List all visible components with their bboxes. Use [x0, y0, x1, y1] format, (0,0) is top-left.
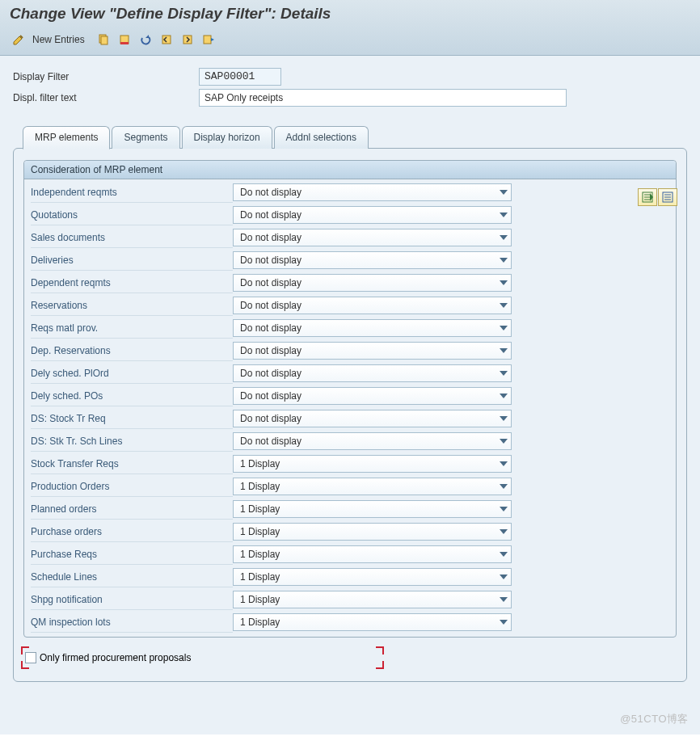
field-row: Shpg notification1 Display	[24, 588, 676, 611]
field-row: Dep. ReservationsDo not display	[24, 339, 676, 362]
header-fields: Display Filter SAP00001 Displ. filter te…	[13, 67, 687, 107]
field-select[interactable]: Do not display	[233, 297, 512, 314]
field-select[interactable]: Do not display	[233, 183, 512, 201]
field-select[interactable]: Do not display	[233, 432, 512, 450]
chevron-down-icon	[500, 484, 508, 489]
field-select[interactable]: Do not display	[233, 364, 512, 382]
group-title: Consideration of MRP element	[24, 161, 676, 179]
field-select[interactable]: 1 Display	[233, 455, 512, 473]
field-row: Production Orders1 Display	[24, 475, 676, 498]
field-select[interactable]: Do not display	[233, 229, 512, 246]
field-label: Shpg notification	[31, 589, 233, 610]
field-label: DS: Stk Tr. Sch Lines	[31, 431, 233, 452]
tab-mrp[interactable]: MRP elements	[23, 126, 110, 149]
field-select[interactable]: Do not display	[233, 206, 512, 224]
tabstrip: MRP elementsSegmentsDisplay horizonAddnl…	[23, 125, 687, 149]
field-label: Quotations	[31, 204, 233, 225]
field-label: Dely sched. PlOrd	[31, 363, 233, 384]
chevron-down-icon	[500, 213, 508, 217]
field-label: Reqs matl prov.	[31, 318, 233, 339]
copy-as-icon[interactable]	[95, 31, 112, 48]
field-value: 1 Display	[240, 617, 280, 628]
field-value: Do not display	[240, 413, 302, 424]
new-entries-button[interactable]: New Entries	[31, 34, 91, 45]
field-label: Schedule Lines	[31, 566, 233, 587]
field-select[interactable]: Do not display	[233, 387, 512, 405]
deselect-all-icon[interactable]	[658, 188, 677, 206]
tab-dh[interactable]: Display horizon	[182, 126, 272, 149]
field-label: Purchase orders	[31, 521, 233, 542]
field-select[interactable]: 1 Display	[233, 591, 512, 608]
display-filter-text-input[interactable]	[199, 89, 567, 107]
field-select[interactable]: Do not display	[233, 410, 512, 427]
firmed-proposals-row: Only firmed procurement proposals	[23, 650, 677, 665]
field-row: Dependent reqmtsDo not display	[24, 271, 676, 294]
svg-rect-5	[183, 36, 192, 44]
chevron-down-icon	[500, 303, 508, 308]
page-title: Change View "Define Display Filter": Det…	[10, 5, 690, 23]
chevron-down-icon	[500, 326, 508, 330]
field-select[interactable]: 1 Display	[233, 568, 512, 586]
field-label: Production Orders	[31, 476, 233, 497]
field-label: Dely sched. POs	[31, 385, 233, 406]
field-label: Dependent reqmts	[31, 272, 233, 293]
field-value: Do not display	[240, 390, 302, 402]
field-label: Deliveries	[31, 250, 233, 271]
field-select[interactable]: 1 Display	[233, 613, 512, 631]
toggle-edit-icon[interactable]	[10, 31, 27, 48]
chevron-down-icon	[500, 394, 508, 398]
field-row: Sales documentsDo not display	[24, 226, 676, 249]
next-entry-icon[interactable]	[179, 31, 196, 48]
field-row: Dely sched. POsDo not display	[24, 385, 676, 407]
tab-add[interactable]: Addnl selections	[274, 126, 369, 149]
chevron-down-icon	[500, 258, 508, 263]
chevron-down-icon	[500, 575, 508, 579]
field-select[interactable]: Do not display	[233, 342, 512, 360]
field-row: Purchase Reqs1 Display	[24, 543, 676, 566]
field-select[interactable]: Do not display	[233, 274, 512, 292]
svg-rect-3	[120, 42, 129, 44]
chevron-down-icon	[500, 597, 508, 602]
field-select[interactable]: Do not display	[233, 251, 512, 269]
field-select[interactable]: 1 Display	[233, 478, 512, 495]
field-row: Independent reqmtsDo not display	[24, 181, 676, 204]
chevron-down-icon	[500, 348, 508, 353]
chevron-down-icon	[500, 552, 508, 557]
field-select[interactable]: 1 Display	[233, 545, 512, 563]
field-value: Do not display	[240, 322, 302, 334]
field-label: Reservations	[31, 295, 233, 316]
svg-rect-6	[204, 36, 211, 44]
chevron-down-icon	[500, 461, 508, 466]
tab-body: Consideration of MRP element Independent…	[13, 148, 687, 682]
field-row: Stock Transfer Reqs1 Display	[24, 452, 676, 475]
field-value: Do not display	[240, 277, 302, 288]
chevron-down-icon	[500, 439, 508, 444]
chevron-down-icon	[500, 416, 508, 421]
chevron-down-icon	[500, 280, 508, 285]
field-label: Planned orders	[31, 499, 233, 520]
field-select[interactable]: Do not display	[233, 319, 512, 337]
field-row: Schedule Lines1 Display	[24, 566, 676, 588]
field-value: 1 Display	[240, 503, 280, 515]
field-value: 1 Display	[240, 458, 280, 469]
watermark: @51CTO博客	[620, 712, 689, 726]
field-value: Do not display	[240, 209, 302, 221]
display-filter-label: Display Filter	[13, 71, 199, 82]
field-select[interactable]: 1 Display	[233, 523, 512, 541]
tab-seg[interactable]: Segments	[112, 126, 179, 149]
field-label: Stock Transfer Reqs	[31, 453, 233, 474]
field-row: Reqs matl prov.Do not display	[24, 317, 676, 339]
other-entry-icon[interactable]	[200, 31, 217, 48]
field-label: DS: Stock Tr Req	[31, 408, 233, 429]
field-value: 1 Display	[240, 526, 280, 537]
delete-icon[interactable]	[116, 31, 133, 48]
field-row: QM inspection lots1 Display	[24, 611, 676, 633]
undo-icon[interactable]	[137, 31, 154, 48]
prev-entry-icon[interactable]	[158, 31, 175, 48]
display-filter-text-label: Displ. filter text	[13, 92, 199, 103]
svg-rect-1	[101, 36, 108, 44]
field-row: DS: Stock Tr ReqDo not display	[24, 407, 676, 430]
select-all-icon[interactable]	[638, 188, 657, 206]
field-row: QuotationsDo not display	[24, 204, 676, 226]
field-select[interactable]: 1 Display	[233, 500, 512, 518]
